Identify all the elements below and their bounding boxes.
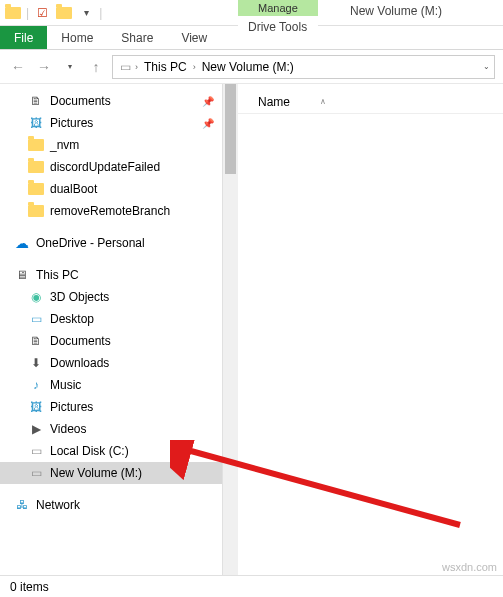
document-icon: 🗎 [28,333,44,349]
desktop-icon: ▭ [28,311,44,327]
window-title: New Volume (M:) [350,4,442,18]
chevron-right-icon[interactable]: › [193,62,196,72]
breadcrumb-new-volume[interactable]: New Volume (M:) [198,58,298,76]
tree-label: discordUpdateFailed [50,160,160,174]
pin-icon: 📌 [202,118,214,129]
tree-label: New Volume (M:) [50,466,142,480]
sidebar-item-local-disk[interactable]: ▭Local Disk (C:) [0,440,222,462]
sidebar-item-nvm[interactable]: _nvm [0,134,222,156]
3d-icon: ◉ [28,289,44,305]
tab-home[interactable]: Home [47,26,107,49]
folder-icon [55,4,73,22]
breadcrumb-this-pc[interactable]: This PC [140,58,191,76]
scrollbar-thumb[interactable] [225,84,236,174]
network-icon: 🖧 [14,497,30,513]
tree-label: Desktop [50,312,94,326]
sidebar-item-videos[interactable]: ▶Videos [0,418,222,440]
video-icon: ▶ [28,421,44,437]
cloud-icon: ☁ [14,235,30,251]
sidebar-item-downloads[interactable]: ⬇Downloads [0,352,222,374]
sidebar-item-network[interactable]: 🖧Network [0,494,222,516]
tree-label: _nvm [50,138,79,152]
tab-share[interactable]: Share [107,26,167,49]
disk-icon: ▭ [28,443,44,459]
file-list[interactable]: Name∧ [238,84,503,575]
sidebar-item-dualboot[interactable]: dualBoot [0,178,222,200]
folder-icon [28,159,44,175]
quick-access-toolbar: | ☑ ▾ | Manage Drive Tools New Volume (M… [0,0,503,26]
sidebar-item-documents[interactable]: 🗎Documents [0,330,222,352]
tree-label: Pictures [50,400,93,414]
sidebar-item-remove-remote[interactable]: removeRemoteBranch [0,200,222,222]
contextual-tab-group: Manage Drive Tools [238,0,318,38]
status-bar: 0 items [0,575,503,597]
navigation-tree[interactable]: 🗎Documents📌 🖼Pictures📌 _nvm discordUpdat… [0,84,222,575]
document-icon: 🗎 [28,93,44,109]
status-text: 0 items [10,580,49,594]
navigation-bar: ← → ▾ ↑ ▭ › This PC › New Volume (M:) ⌄ [0,50,503,84]
disk-icon: ▭ [28,465,44,481]
tab-file[interactable]: File [0,26,47,49]
separator: | [26,6,29,20]
folder-icon [28,203,44,219]
sidebar-item-3d-objects[interactable]: ◉3D Objects [0,286,222,308]
overflow-icon[interactable]: ▾ [77,4,95,22]
tree-label: Documents [50,334,111,348]
tree-label: Local Disk (C:) [50,444,129,458]
drive-icon: ▭ [117,59,133,75]
sidebar-item-desktop[interactable]: ▭Desktop [0,308,222,330]
tree-label: Downloads [50,356,109,370]
column-label: Name [258,95,290,109]
tree-label: Music [50,378,81,392]
tab-view[interactable]: View [167,26,221,49]
pin-icon: 📌 [202,96,214,107]
forward-button[interactable]: → [34,57,54,77]
pictures-icon: 🖼 [28,115,44,131]
up-button[interactable]: ↑ [86,57,106,77]
sidebar-item-pictures[interactable]: 🖼Pictures [0,396,222,418]
watermark: wsxdn.com [442,561,497,573]
back-button[interactable]: ← [8,57,28,77]
tree-scrollbar[interactable] [222,84,238,575]
tab-drive-tools[interactable]: Drive Tools [238,16,318,38]
address-dropdown-icon[interactable]: ⌄ [483,62,490,71]
recent-dropdown-icon[interactable]: ▾ [60,57,80,77]
sidebar-item-this-pc[interactable]: 🖥This PC [0,264,222,286]
tree-label: OneDrive - Personal [36,236,145,250]
sidebar-item-documents[interactable]: 🗎Documents📌 [0,90,222,112]
folder-icon [28,137,44,153]
tree-label: Pictures [50,116,93,130]
checkbox-icon[interactable]: ☑ [33,4,51,22]
sidebar-item-music[interactable]: ♪Music [0,374,222,396]
download-icon: ⬇ [28,355,44,371]
folder-icon [28,181,44,197]
tree-label: Network [36,498,80,512]
chevron-right-icon[interactable]: › [135,62,138,72]
pc-icon: 🖥 [14,267,30,283]
music-icon: ♪ [28,377,44,393]
sidebar-item-new-volume[interactable]: ▭New Volume (M:) [0,462,222,484]
column-name[interactable]: Name∧ [258,95,326,109]
tree-label: 3D Objects [50,290,109,304]
address-bar[interactable]: ▭ › This PC › New Volume (M:) ⌄ [112,55,495,79]
explorer-body: 🗎Documents📌 🖼Pictures📌 _nvm discordUpdat… [0,84,503,575]
tree-label: dualBoot [50,182,97,196]
sort-indicator-icon: ∧ [320,97,326,106]
sidebar-item-onedrive[interactable]: ☁OneDrive - Personal [0,232,222,254]
sidebar-item-pictures[interactable]: 🖼Pictures📌 [0,112,222,134]
separator: | [99,6,102,20]
sidebar-item-discord[interactable]: discordUpdateFailed [0,156,222,178]
tree-label: Videos [50,422,86,436]
list-header[interactable]: Name∧ [238,90,503,114]
tree-label: Documents [50,94,111,108]
folder-icon [4,4,22,22]
pictures-icon: 🖼 [28,399,44,415]
tree-label: This PC [36,268,79,282]
tree-label: removeRemoteBranch [50,204,170,218]
contextual-label: Manage [238,0,318,16]
